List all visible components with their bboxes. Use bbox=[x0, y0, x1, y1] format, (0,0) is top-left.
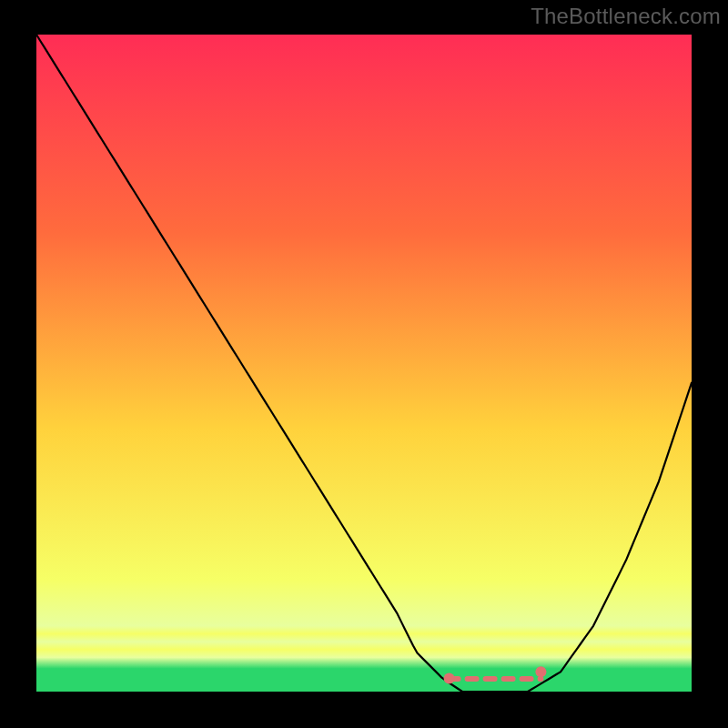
chart-frame: TheBottleneck.com bbox=[0, 0, 728, 728]
trough-marker bbox=[444, 673, 455, 684]
chart-svg bbox=[36, 35, 692, 692]
heatmap-background bbox=[36, 35, 692, 692]
trough-marker bbox=[535, 666, 546, 677]
watermark-text: TheBottleneck.com bbox=[531, 4, 721, 29]
plot-area bbox=[36, 35, 692, 692]
